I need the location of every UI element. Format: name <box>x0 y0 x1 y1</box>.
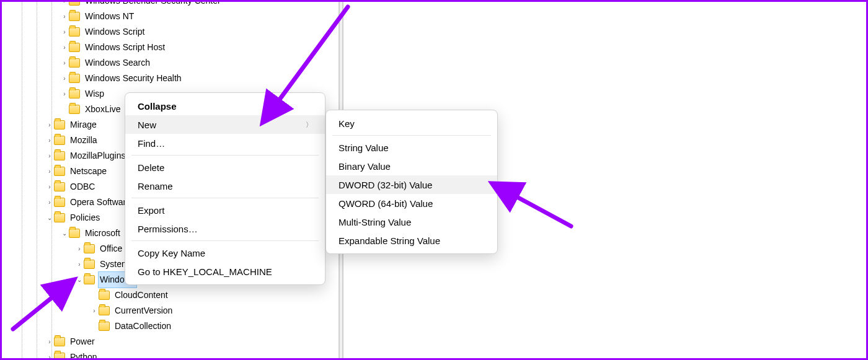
tree-item-label: MozillaPlugins <box>69 148 126 164</box>
tree-item[interactable]: ›Windows Defender Security Center <box>2 2 339 9</box>
tree-item-label: Office <box>99 241 123 257</box>
folder-icon <box>84 275 95 284</box>
chevron-right-icon[interactable]: › <box>45 148 54 164</box>
chevron-right-icon[interactable]: › <box>45 133 54 148</box>
menu-new-string[interactable]: String Value <box>326 138 497 157</box>
chevron-right-icon[interactable]: › <box>45 164 54 179</box>
tree-item-label: CloudContent <box>113 288 169 303</box>
folder-icon <box>69 43 80 52</box>
menu-new-qword64[interactable]: QWORD (64-bit) Value <box>326 194 497 213</box>
folder-icon <box>69 12 80 21</box>
folder-icon <box>69 58 80 68</box>
tree-item[interactable]: ›Power <box>2 334 339 349</box>
folder-icon <box>54 337 65 346</box>
tree-item-label: XboxLive <box>84 102 122 117</box>
tree-item-label: Windows Security Health <box>84 71 183 86</box>
menu-new-multistring[interactable]: Multi-String Value <box>326 213 497 231</box>
chevron-right-icon[interactable]: › <box>45 334 54 349</box>
chevron-right-icon[interactable]: › <box>45 195 54 210</box>
menu-new-binary[interactable]: Binary Value <box>326 157 497 175</box>
folder-icon <box>69 2 80 6</box>
tree-item-label: Mirage <box>69 117 98 133</box>
tree-item-label: ODBC <box>69 179 96 195</box>
chevron-right-icon[interactable]: › <box>45 179 54 195</box>
tree-item-label: Wisp <box>84 86 105 102</box>
tree-item-label: Windows Script Host <box>84 40 166 55</box>
menu-rename[interactable]: Rename <box>125 177 325 195</box>
tree-item[interactable]: ›Windows Script <box>2 24 339 40</box>
menu-go-to-hklm[interactable]: Go to HKEY_LOCAL_MACHINE <box>125 262 325 281</box>
tree-item[interactable]: ›Python <box>2 349 339 358</box>
tree-item[interactable]: ›Windows Script Host <box>2 40 339 55</box>
menu-new[interactable]: New 〉 <box>125 115 325 134</box>
folder-icon <box>84 260 95 269</box>
chevron-right-icon[interactable]: › <box>60 71 69 86</box>
folder-icon <box>54 213 65 222</box>
chevron-right-icon[interactable]: › <box>60 24 69 40</box>
menu-permissions[interactable]: Permissions… <box>125 219 325 238</box>
chevron-right-icon[interactable]: › <box>75 241 84 257</box>
folder-icon <box>54 136 65 145</box>
menu-find[interactable]: Find… <box>125 134 325 152</box>
context-menu: Collapse New 〉 Find… Delete Rename Expor… <box>125 92 326 285</box>
tree-item-label: Policies <box>69 210 101 226</box>
tree-item-label: Microsoft <box>84 226 122 241</box>
folder-icon <box>69 27 80 37</box>
menu-export[interactable]: Export <box>125 201 325 219</box>
chevron-right-icon[interactable]: › <box>90 303 99 318</box>
chevron-right-icon[interactable]: › <box>45 117 54 133</box>
tree-item[interactable]: ›Windows NT <box>2 9 339 24</box>
folder-icon <box>54 151 65 160</box>
menu-delete[interactable]: Delete <box>125 158 325 177</box>
folder-icon <box>99 322 110 331</box>
chevron-right-icon[interactable]: › <box>60 55 69 71</box>
tree-item[interactable]: ›Windows Search <box>2 55 339 71</box>
tree-item[interactable]: ›Windows Security Health <box>2 71 339 86</box>
menu-separator <box>131 198 319 198</box>
tree-item-label: DataCollection <box>113 318 172 334</box>
tree-item-label: Windows Script <box>84 24 146 40</box>
menu-separator <box>332 135 491 136</box>
menu-copy-key-name[interactable]: Copy Key Name <box>125 244 325 262</box>
folder-icon <box>99 306 110 315</box>
tree-item-label: CurrentVersion <box>113 303 174 318</box>
folder-icon <box>84 244 95 253</box>
tree-item[interactable]: DataCollection <box>2 318 339 334</box>
chevron-down-icon[interactable]: ⌄ <box>45 210 54 226</box>
chevron-down-icon[interactable]: ⌄ <box>75 272 84 288</box>
tree-item-label: Power <box>69 334 96 349</box>
folder-icon <box>54 182 65 191</box>
chevron-right-icon[interactable]: › <box>60 2 69 9</box>
folder-icon <box>69 89 80 99</box>
folder-icon <box>54 167 65 176</box>
folder-icon <box>69 74 80 83</box>
tree-item-label: Mozilla <box>69 133 99 148</box>
chevron-right-icon[interactable]: › <box>45 349 54 358</box>
context-submenu-new: Key String Value Binary Value DWORD (32-… <box>326 110 498 254</box>
menu-new-dword32[interactable]: DWORD (32-bit) Value <box>326 175 497 194</box>
folder-icon <box>54 198 65 207</box>
tree-item-label: Opera Software <box>69 195 132 210</box>
tree-item[interactable]: CloudContent <box>2 288 339 303</box>
tree-item-label: Python <box>69 349 99 358</box>
menu-collapse[interactable]: Collapse <box>125 97 325 115</box>
folder-icon <box>69 105 80 114</box>
folder-icon <box>54 120 65 130</box>
menu-new-key[interactable]: Key <box>326 114 497 133</box>
folder-icon <box>69 229 80 238</box>
folder-icon <box>99 291 110 300</box>
chevron-right-icon[interactable]: › <box>60 86 69 102</box>
chevron-right-icon: 〉 <box>306 120 312 130</box>
chevron-down-icon[interactable]: ⌄ <box>60 226 69 241</box>
menu-separator <box>131 240 319 241</box>
chevron-right-icon[interactable]: › <box>60 9 69 24</box>
tree-item-label: Netscape <box>69 164 108 179</box>
chevron-right-icon[interactable]: › <box>60 40 69 55</box>
tree-item-label: Windows Search <box>84 55 151 71</box>
menu-separator <box>131 155 319 156</box>
menu-new-expandstring[interactable]: Expandable String Value <box>326 231 497 250</box>
tree-item[interactable]: ›CurrentVersion <box>2 303 339 318</box>
chevron-right-icon[interactable]: › <box>75 257 84 272</box>
tree-item-label: Windows NT <box>84 9 135 24</box>
folder-icon <box>54 353 65 358</box>
